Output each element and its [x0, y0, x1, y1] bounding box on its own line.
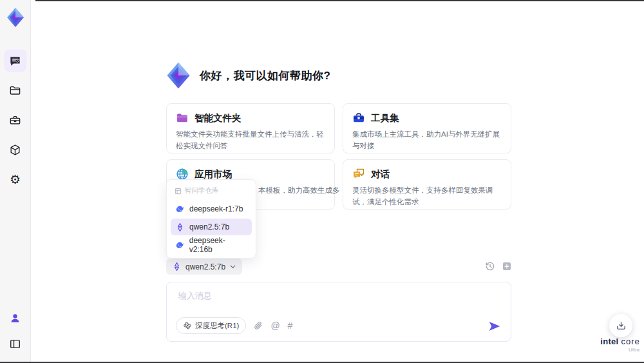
card-description-partial: 本模板，助力高效生成多: [258, 186, 340, 195]
model-selector[interactable]: qwen2.5:7b: [166, 259, 242, 275]
sidebar-item-models[interactable]: [5, 139, 26, 160]
new-chat-icon: [502, 261, 512, 271]
card-title: 应用市场: [194, 168, 232, 181]
dialog-icon: [352, 168, 365, 181]
gear-icon: ⚙: [10, 173, 21, 186]
mention-icon[interactable]: @: [270, 321, 279, 330]
message-composer: 深度思考(R1) @ #: [166, 282, 511, 342]
chevron-down-icon: [229, 263, 236, 270]
repository-icon: [175, 188, 182, 195]
window-top-edge: [35, 0, 644, 1]
model-selector-value: qwen2.5:7b: [185, 262, 225, 271]
card-description: 灵活切换多模型文件，支持多样回复效果调试，满足个性化需求: [352, 185, 502, 208]
model-option-label: deepseek-v2:16b: [189, 236, 247, 254]
model-option-label: deepseek-r1:7b: [189, 204, 243, 213]
cube-icon: [9, 144, 21, 156]
download-fab[interactable]: [609, 314, 632, 337]
sidebar-item-folders[interactable]: [5, 80, 26, 101]
qwen-icon: [175, 222, 185, 232]
hash-command-icon[interactable]: #: [288, 321, 293, 330]
atom-icon: [183, 321, 192, 330]
model-dropdown-header-label: 智问学仓库: [185, 186, 219, 195]
core-logo-text: core: [621, 337, 639, 346]
card-description: 集成市场上主流工具，助力AI与外界无缝扩展与对接: [352, 129, 502, 152]
user-icon: [9, 312, 21, 324]
model-dropdown-header: 智问学仓库: [171, 184, 252, 199]
deepseek-icon: [175, 204, 185, 214]
intel-sub-label: Ultra: [598, 347, 642, 353]
new-chat-button[interactable]: [501, 260, 512, 271]
greeting-title: 你好，我可以如何帮助你?: [200, 68, 330, 83]
card-toolset[interactable]: 工具集 集成市场上主流工具，助力AI与外界无缝扩展与对接: [343, 103, 511, 153]
model-option-deepseek-r1[interactable]: deepseek-r1:7b: [171, 201, 252, 217]
sidebar-item-account[interactable]: [5, 308, 26, 328]
deep-think-label: 深度思考(R1): [195, 321, 239, 331]
model-option-label: qwen2.5:7b: [189, 222, 229, 231]
model-option-deepseek-v2[interactable]: deepseek-v2:16b: [171, 237, 252, 253]
card-title: 对话: [371, 168, 390, 181]
message-input[interactable]: [177, 289, 502, 317]
card-description: 智能文件夹功能支持批量文件上传与清洗，轻松实现文件问答: [176, 129, 325, 152]
model-option-qwen[interactable]: qwen2.5:7b: [171, 219, 252, 235]
toolbox-icon: [9, 114, 21, 126]
sidebar-item-chat[interactable]: [5, 50, 26, 71]
download-icon: [616, 320, 627, 331]
sidebar: ⚙: [0, 0, 31, 363]
toolset-icon: [352, 112, 365, 124]
smart-folder-icon: [176, 112, 189, 124]
panel-icon: [9, 338, 21, 350]
model-dropdown-menu: 智问学仓库 deepseek-r1:7b qwen2.5:7b deepseek…: [166, 179, 256, 259]
history-button[interactable]: [484, 260, 495, 271]
qwen-icon: [172, 262, 182, 271]
sidebar-item-toolbox[interactable]: [5, 110, 26, 130]
card-title: 智能文件夹: [194, 112, 242, 124]
composer-toolbar: 深度思考(R1) @ #: [176, 317, 292, 334]
send-icon: [488, 319, 502, 333]
card-smart-folder[interactable]: 智能文件夹 智能文件夹功能支持批量文件上传与清洗，轻松实现文件问答: [166, 103, 335, 153]
greeting-logo-icon: [164, 61, 193, 90]
folder-icon: [9, 84, 21, 97]
deepseek-icon: [175, 240, 185, 250]
intel-core-badge: intel core Ultra: [598, 337, 642, 353]
history-icon: [485, 261, 495, 271]
sidebar-item-settings[interactable]: ⚙: [5, 169, 26, 190]
deep-think-toggle[interactable]: 深度思考(R1): [176, 317, 246, 334]
sidebar-item-collapse-panel[interactable]: [5, 333, 26, 354]
app-logo-icon: [5, 6, 26, 28]
attachment-icon[interactable]: [254, 321, 263, 330]
card-title: 工具集: [371, 112, 399, 124]
intel-logo-text: intel: [600, 337, 618, 346]
greeting-row: 你好，我可以如何帮助你?: [164, 61, 330, 90]
main-content: 你好，我可以如何帮助你? 智能文件夹 智能文件夹功能支持批量文件上传与清洗，轻松…: [166, 0, 511, 363]
card-dialog[interactable]: 对话 灵活切换多模型文件，支持多样回复效果调试，满足个性化需求: [343, 159, 511, 210]
send-button[interactable]: [488, 319, 502, 333]
chat-icon: [9, 55, 21, 67]
app-market-icon: [176, 168, 189, 181]
